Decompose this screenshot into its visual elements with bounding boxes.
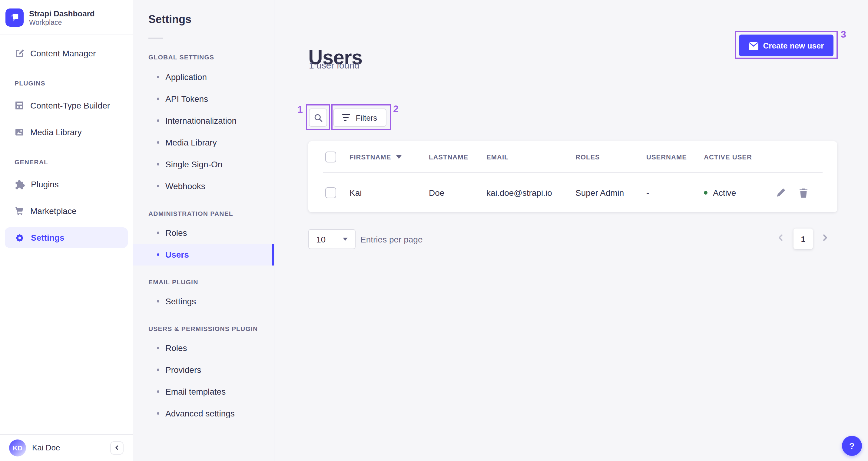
bullet-dot bbox=[157, 163, 159, 166]
create-new-user-button[interactable]: Create new user bbox=[739, 34, 834, 56]
bullet-dot bbox=[157, 412, 159, 414]
grid-layout-icon bbox=[14, 100, 24, 110]
gear-icon bbox=[14, 232, 25, 243]
bullet-dot bbox=[157, 97, 159, 100]
sidebar-menu: Content Manager PLUGINS Content-Type Bui… bbox=[0, 35, 133, 248]
next-page-button[interactable] bbox=[822, 234, 829, 243]
subnav-divider bbox=[148, 37, 163, 39]
subnav-item-label: Advanced settings bbox=[165, 409, 235, 418]
main-sidebar: Strapi Dashboard Workplace Content Manag… bbox=[0, 0, 133, 461]
collapse-sidebar-button[interactable] bbox=[110, 441, 124, 454]
bullet-dot bbox=[157, 232, 159, 234]
subnav-item-webhooks[interactable]: Webhooks bbox=[133, 175, 274, 197]
status-badge: Active bbox=[713, 188, 736, 197]
sidebar-item-label: Media Library bbox=[30, 127, 82, 137]
sidebar-item-media-library[interactable]: Media Library bbox=[5, 124, 128, 141]
users-page: Users 1 user found Create new user Filte… bbox=[274, 0, 868, 461]
subnav-item-admin-roles[interactable]: Roles bbox=[133, 222, 274, 244]
workspace-text: Strapi Dashboard Workplace bbox=[29, 9, 95, 26]
workspace-name: Workplace bbox=[29, 19, 95, 26]
column-header-label: FIRSTNAME bbox=[349, 153, 391, 160]
annotation-label-1: 1 bbox=[298, 104, 303, 115]
column-header-username: USERNAME bbox=[646, 153, 704, 160]
chevron-down-icon bbox=[343, 238, 348, 241]
column-header-active-user: ACTIVE USER bbox=[704, 153, 776, 160]
row-checkbox[interactable] bbox=[325, 187, 336, 198]
column-header-label: ACTIVE USER bbox=[704, 153, 752, 160]
subnav-item-single-sign-on[interactable]: Single Sign-On bbox=[133, 153, 274, 175]
search-button[interactable] bbox=[309, 109, 327, 127]
subnav-item-label: Media Library bbox=[165, 138, 217, 147]
subnav-item-api-tokens[interactable]: API Tokens bbox=[133, 88, 274, 110]
shopping-cart-icon bbox=[14, 206, 24, 216]
cell-active-status: Active bbox=[704, 188, 776, 197]
column-header-label: USERNAME bbox=[646, 153, 687, 160]
previous-page-button[interactable] bbox=[777, 234, 784, 243]
select-all-checkbox[interactable] bbox=[325, 151, 336, 162]
sidebar-item-plugins[interactable]: Plugins bbox=[5, 176, 128, 193]
subnav-section-global-settings: GLOBAL SETTINGS bbox=[148, 53, 274, 61]
sort-desc-icon bbox=[396, 155, 401, 159]
column-header-roles: ROLES bbox=[576, 153, 646, 160]
bullet-dot bbox=[157, 347, 159, 349]
content-manager-icon bbox=[14, 49, 24, 58]
puzzle-icon bbox=[14, 179, 25, 190]
image-icon bbox=[14, 127, 24, 137]
subnav-item-internationalization[interactable]: Internationalization bbox=[133, 110, 274, 132]
subnav-section-email-plugin: EMAIL PLUGIN bbox=[148, 278, 274, 286]
entries-per-page-select[interactable]: 10 bbox=[308, 229, 355, 249]
sidebar-item-label: Content-Type Builder bbox=[30, 100, 110, 110]
avatar[interactable]: KD bbox=[9, 439, 26, 456]
help-button[interactable]: ? bbox=[842, 436, 862, 456]
subnav-section-administration-panel: ADMINISTRATION PANEL bbox=[148, 210, 274, 217]
cell-lastname: Doe bbox=[429, 188, 486, 197]
column-header-firstname[interactable]: FIRSTNAME bbox=[349, 153, 429, 160]
sidebar-item-label: Plugins bbox=[31, 179, 59, 189]
subnav-item-admin-users[interactable]: Users bbox=[133, 244, 274, 265]
edit-user-button[interactable] bbox=[776, 188, 786, 197]
cell-firstname: Kai bbox=[349, 188, 429, 197]
page-1-button[interactable]: 1 bbox=[794, 229, 813, 249]
bullet-dot bbox=[157, 185, 159, 187]
envelope-icon bbox=[749, 41, 758, 49]
subnav-item-label: Application bbox=[165, 72, 207, 82]
column-header-lastname: LASTNAME bbox=[429, 153, 486, 160]
sidebar-item-label: Content Manager bbox=[30, 49, 96, 58]
row-actions bbox=[776, 188, 837, 197]
sidebar-item-content-type-builder[interactable]: Content-Type Builder bbox=[5, 97, 128, 114]
filters-button[interactable]: Filters bbox=[333, 109, 386, 127]
sidebar-item-marketplace[interactable]: Marketplace bbox=[5, 202, 128, 220]
subnav-item-up-advanced-settings[interactable]: Advanced settings bbox=[133, 403, 274, 424]
filter-icon bbox=[343, 114, 351, 121]
chevron-left-icon bbox=[777, 234, 784, 241]
column-header-email: EMAIL bbox=[486, 153, 576, 160]
subnav-item-up-email-templates[interactable]: Email templates bbox=[133, 381, 274, 403]
bullet-dot bbox=[157, 141, 159, 144]
column-header-label: EMAIL bbox=[486, 153, 508, 160]
subnav-item-up-roles[interactable]: Roles bbox=[133, 337, 274, 359]
subnav-item-application[interactable]: Application bbox=[133, 66, 274, 88]
subnav-item-label: Single Sign-On bbox=[165, 160, 222, 169]
column-header-label: LASTNAME bbox=[429, 153, 468, 160]
subnav-item-label: Webhooks bbox=[165, 181, 205, 191]
delete-user-button[interactable] bbox=[799, 188, 808, 197]
workspace-header[interactable]: Strapi Dashboard Workplace bbox=[0, 0, 133, 35]
bullet-dot bbox=[157, 391, 159, 393]
users-table: FIRSTNAME LASTNAME EMAIL ROLES USERNAME … bbox=[308, 141, 837, 212]
sidebar-item-content-manager[interactable]: Content Manager bbox=[5, 45, 128, 62]
subnav-item-label: Email templates bbox=[165, 387, 226, 397]
sidebar-item-settings[interactable]: Settings bbox=[5, 227, 128, 248]
sidebar-item-label: Marketplace bbox=[30, 206, 76, 216]
subnav-item-email-settings[interactable]: Settings bbox=[133, 290, 274, 312]
subnav-item-label: API Tokens bbox=[165, 94, 208, 104]
bullet-dot bbox=[157, 300, 159, 302]
subnav-item-media-library[interactable]: Media Library bbox=[133, 132, 274, 153]
filters-label: Filters bbox=[356, 113, 377, 122]
annotation-label-3: 3 bbox=[841, 29, 846, 40]
table-row[interactable]: Kai Doe kai.doe@strapi.io Super Admin - … bbox=[308, 173, 837, 212]
subnav-item-label: Users bbox=[165, 250, 189, 259]
pencil-icon bbox=[776, 188, 786, 197]
subnav-item-up-providers[interactable]: Providers bbox=[133, 359, 274, 381]
bullet-dot bbox=[157, 76, 159, 78]
trash-icon bbox=[799, 188, 808, 197]
